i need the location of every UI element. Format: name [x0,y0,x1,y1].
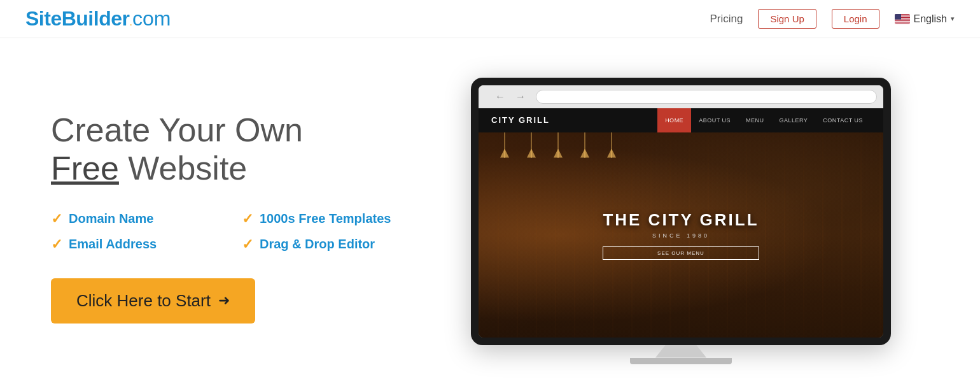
feature-editor: ✓ Drag & Drop Editor [242,236,407,253]
features-list: ✓ Domain Name ✓ 1000s Free Templates ✓ E… [51,211,407,253]
hero-title-free: Free [51,150,119,187]
hero-title-line2: Website [119,150,247,187]
nav-links: Pricing Sign Up Login English ▾ [710,9,955,29]
chevron-down-icon: ▾ [951,15,955,23]
pendant-1 [504,132,505,158]
language-selector[interactable]: English ▾ [895,13,955,25]
pendant-3 [557,132,559,158]
cta-arrow-icon: ➜ [218,292,230,309]
preview-nav-items: HOME ABOUT US MENU GALLERY CONTACT US [657,108,871,132]
main-content: Create Your Own Free Website ✓ Domain Na… [0,38,980,384]
feature-templates-label: 1000s Free Templates [260,211,391,226]
hero-title: Create Your Own Free Website [51,111,407,188]
monitor-stand [655,345,706,358]
checkmark-icon: ✓ [242,211,253,227]
feature-domain-label: Domain Name [69,211,153,226]
pricing-link[interactable]: Pricing [710,13,743,25]
cta-label: Click Here to Start [76,291,211,311]
feature-email: ✓ Email Address [51,236,216,253]
pendant-2 [531,132,532,158]
preview-hero-subtitle: SINCE 1980 [603,232,759,239]
feature-templates: ✓ 1000s Free Templates [242,211,407,227]
monitor-screen: ← → CITY GRILL HOME ABOUT US MENU [471,78,891,345]
logo[interactable]: SiteBuilder.com [25,7,171,31]
checkmark-icon: ✓ [51,211,62,227]
checkmark-icon: ✓ [242,236,253,253]
feature-email-label: Email Address [69,237,157,252]
flag-icon [895,14,910,24]
preview-hero-content: THE CITY GRILL SINCE 1980 SEE OUR MENU [603,210,759,260]
pendant-lights [479,132,883,158]
svg-rect-7 [895,14,901,20]
login-button[interactable]: Login [832,9,879,29]
site-preview: CITY GRILL HOME ABOUT US MENU GALLERY CO… [479,108,883,338]
back-button[interactable]: ← [495,91,505,103]
monitor-base [630,358,732,364]
preview-navbar: CITY GRILL HOME ABOUT US MENU GALLERY CO… [479,108,883,132]
forward-button[interactable]: → [515,91,526,103]
left-column: Create Your Own Free Website ✓ Domain Na… [51,111,433,324]
preview-hero-button: SEE OUR MENU [603,246,759,260]
preview-nav-about: ABOUT US [691,108,738,132]
svg-rect-4 [895,19,910,20]
right-column: ← → CITY GRILL HOME ABOUT US MENU [433,78,929,358]
checkmark-icon: ✓ [51,236,62,253]
pendant-5 [611,132,612,158]
preview-hero-title: THE CITY GRILL [603,210,759,230]
browser-toolbar: ← → [479,85,883,108]
logo-site-text: SiteBuilder [25,7,129,30]
pendant-4 [584,132,585,158]
feature-domain: ✓ Domain Name [51,211,216,227]
url-bar[interactable] [536,90,877,104]
logo-com-text: com [132,7,171,30]
preview-nav-menu: MENU [738,108,772,132]
preview-site-logo: CITY GRILL [491,115,550,125]
preview-hero: THE CITY GRILL SINCE 1980 SEE OUR MENU [479,132,883,338]
monitor: ← → CITY GRILL HOME ABOUT US MENU [471,78,891,358]
preview-nav-contact: CONTACT US [815,108,871,132]
svg-rect-6 [895,22,910,23]
feature-editor-label: Drag & Drop Editor [260,237,375,252]
hero-title-line1: Create Your Own [51,111,303,148]
language-label: English [914,13,947,25]
preview-nav-home: HOME [657,108,691,132]
navbar: SiteBuilder.com Pricing Sign Up Login En… [0,0,980,38]
signup-button[interactable]: Sign Up [758,9,816,29]
preview-nav-gallery: GALLERY [771,108,815,132]
browser-window: ← → CITY GRILL HOME ABOUT US MENU [479,85,883,338]
cta-button[interactable]: Click Here to Start ➜ [51,278,255,324]
svg-rect-5 [895,21,910,22]
